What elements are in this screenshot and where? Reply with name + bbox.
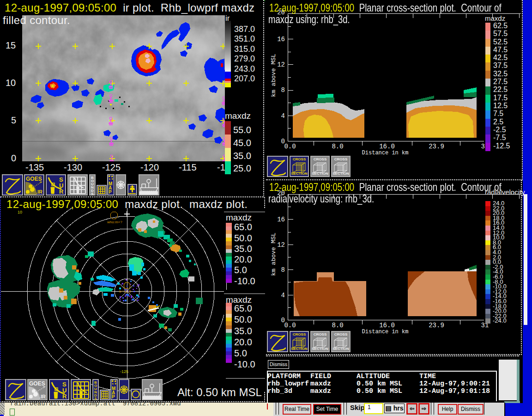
svg-text:12: 12: [277, 61, 285, 68]
svg-text:who:m+?: who:m+?: [107, 220, 122, 224]
svg-text:0.0: 0.0: [284, 143, 296, 150]
svg-text:-125: -125: [120, 369, 128, 374]
svg-text:8: 8: [281, 266, 285, 274]
svg-text:12: 12: [277, 241, 285, 249]
svg-text:R: R: [59, 188, 64, 195]
svg-text:km above MSL: km above MSL: [270, 54, 277, 97]
svg-text:16: 16: [277, 36, 285, 43]
svg-text:Distance in km: Distance in km: [362, 150, 409, 156]
svg-text:4: 4: [281, 112, 285, 120]
svg-text:16: 16: [277, 216, 285, 223]
svg-text:8: 8: [281, 86, 285, 94]
svg-text:0.0: 0.0: [284, 322, 296, 329]
svg-text:P: P: [112, 394, 115, 399]
svg-text:23.9: 23.9: [429, 143, 444, 150]
svg-text:23.9: 23.9: [429, 322, 444, 329]
svg-text:16.0: 16.0: [379, 143, 395, 150]
svg-text:R: R: [62, 393, 67, 399]
svg-text:8.0: 8.0: [332, 322, 343, 329]
svg-text:km above MSL: km above MSL: [270, 232, 277, 276]
svg-text:P: P: [109, 190, 112, 195]
svg-text:8.0: 8.0: [332, 143, 343, 150]
svg-text:4: 4: [281, 292, 285, 299]
svg-text:16.0: 16.0: [379, 322, 395, 329]
